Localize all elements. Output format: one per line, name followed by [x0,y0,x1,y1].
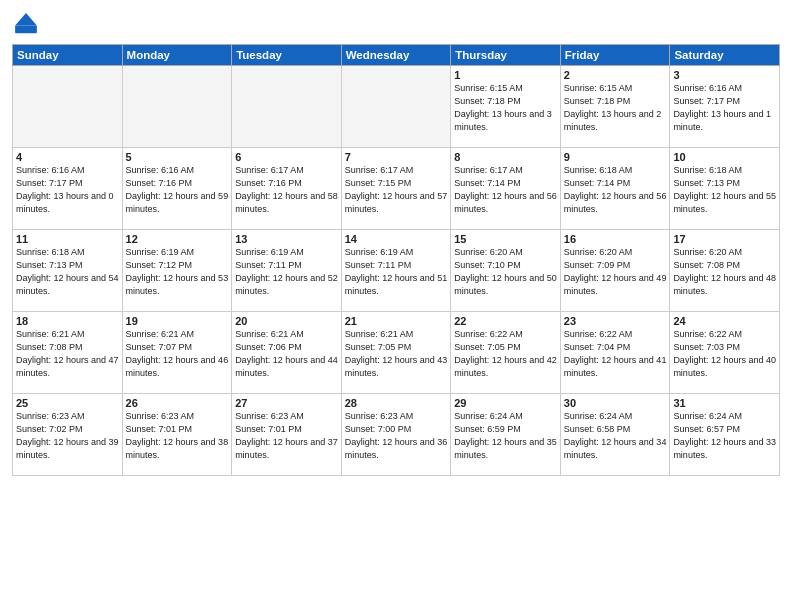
day-info: Sunrise: 6:23 AMSunset: 7:00 PMDaylight:… [345,410,448,462]
day-info: Sunrise: 6:18 AMSunset: 7:13 PMDaylight:… [673,164,776,216]
weekday-header-saturday: Saturday [670,45,780,66]
week-row-3: 18Sunrise: 6:21 AMSunset: 7:08 PMDayligh… [13,312,780,394]
day-info: Sunrise: 6:23 AMSunset: 7:02 PMDaylight:… [16,410,119,462]
day-number: 26 [126,397,229,409]
day-number: 9 [564,151,667,163]
day-number: 31 [673,397,776,409]
weekday-header-sunday: Sunday [13,45,123,66]
day-number: 21 [345,315,448,327]
day-info: Sunrise: 6:22 AMSunset: 7:03 PMDaylight:… [673,328,776,380]
day-cell: 29Sunrise: 6:24 AMSunset: 6:59 PMDayligh… [451,394,561,476]
day-number: 22 [454,315,557,327]
day-cell: 7Sunrise: 6:17 AMSunset: 7:15 PMDaylight… [341,148,451,230]
week-row-1: 4Sunrise: 6:16 AMSunset: 7:17 PMDaylight… [13,148,780,230]
logo-icon [12,10,40,38]
day-info: Sunrise: 6:17 AMSunset: 7:14 PMDaylight:… [454,164,557,216]
day-cell: 26Sunrise: 6:23 AMSunset: 7:01 PMDayligh… [122,394,232,476]
day-number: 7 [345,151,448,163]
day-info: Sunrise: 6:24 AMSunset: 6:57 PMDaylight:… [673,410,776,462]
day-cell: 20Sunrise: 6:21 AMSunset: 7:06 PMDayligh… [232,312,342,394]
day-info: Sunrise: 6:19 AMSunset: 7:11 PMDaylight:… [345,246,448,298]
weekday-header-thursday: Thursday [451,45,561,66]
day-number: 25 [16,397,119,409]
day-number: 11 [16,233,119,245]
day-cell: 11Sunrise: 6:18 AMSunset: 7:13 PMDayligh… [13,230,123,312]
day-info: Sunrise: 6:22 AMSunset: 7:04 PMDaylight:… [564,328,667,380]
day-number: 15 [454,233,557,245]
day-cell: 15Sunrise: 6:20 AMSunset: 7:10 PMDayligh… [451,230,561,312]
day-cell: 31Sunrise: 6:24 AMSunset: 6:57 PMDayligh… [670,394,780,476]
day-info: Sunrise: 6:16 AMSunset: 7:16 PMDaylight:… [126,164,229,216]
day-number: 16 [564,233,667,245]
day-number: 19 [126,315,229,327]
week-row-2: 11Sunrise: 6:18 AMSunset: 7:13 PMDayligh… [13,230,780,312]
day-number: 13 [235,233,338,245]
day-info: Sunrise: 6:23 AMSunset: 7:01 PMDaylight:… [235,410,338,462]
day-number: 18 [16,315,119,327]
day-number: 14 [345,233,448,245]
day-info: Sunrise: 6:21 AMSunset: 7:07 PMDaylight:… [126,328,229,380]
weekday-header-wednesday: Wednesday [341,45,451,66]
day-cell: 22Sunrise: 6:22 AMSunset: 7:05 PMDayligh… [451,312,561,394]
day-number: 27 [235,397,338,409]
day-info: Sunrise: 6:20 AMSunset: 7:09 PMDaylight:… [564,246,667,298]
day-number: 1 [454,69,557,81]
day-info: Sunrise: 6:21 AMSunset: 7:08 PMDaylight:… [16,328,119,380]
day-info: Sunrise: 6:17 AMSunset: 7:15 PMDaylight:… [345,164,448,216]
header [12,10,780,38]
day-number: 28 [345,397,448,409]
day-number: 3 [673,69,776,81]
day-cell: 28Sunrise: 6:23 AMSunset: 7:00 PMDayligh… [341,394,451,476]
day-cell: 17Sunrise: 6:20 AMSunset: 7:08 PMDayligh… [670,230,780,312]
day-cell: 1Sunrise: 6:15 AMSunset: 7:18 PMDaylight… [451,66,561,148]
day-cell: 13Sunrise: 6:19 AMSunset: 7:11 PMDayligh… [232,230,342,312]
day-number: 10 [673,151,776,163]
day-info: Sunrise: 6:23 AMSunset: 7:01 PMDaylight:… [126,410,229,462]
day-number: 4 [16,151,119,163]
day-cell: 30Sunrise: 6:24 AMSunset: 6:58 PMDayligh… [560,394,670,476]
day-info: Sunrise: 6:17 AMSunset: 7:16 PMDaylight:… [235,164,338,216]
day-info: Sunrise: 6:19 AMSunset: 7:12 PMDaylight:… [126,246,229,298]
day-cell: 3Sunrise: 6:16 AMSunset: 7:17 PMDaylight… [670,66,780,148]
day-number: 2 [564,69,667,81]
day-cell: 24Sunrise: 6:22 AMSunset: 7:03 PMDayligh… [670,312,780,394]
day-info: Sunrise: 6:20 AMSunset: 7:10 PMDaylight:… [454,246,557,298]
day-number: 5 [126,151,229,163]
logo [12,10,44,38]
day-cell [122,66,232,148]
day-info: Sunrise: 6:15 AMSunset: 7:18 PMDaylight:… [454,82,557,134]
day-info: Sunrise: 6:20 AMSunset: 7:08 PMDaylight:… [673,246,776,298]
day-info: Sunrise: 6:21 AMSunset: 7:06 PMDaylight:… [235,328,338,380]
day-info: Sunrise: 6:18 AMSunset: 7:14 PMDaylight:… [564,164,667,216]
day-info: Sunrise: 6:19 AMSunset: 7:11 PMDaylight:… [235,246,338,298]
day-number: 6 [235,151,338,163]
day-cell: 5Sunrise: 6:16 AMSunset: 7:16 PMDaylight… [122,148,232,230]
day-cell: 8Sunrise: 6:17 AMSunset: 7:14 PMDaylight… [451,148,561,230]
day-info: Sunrise: 6:21 AMSunset: 7:05 PMDaylight:… [345,328,448,380]
day-cell [232,66,342,148]
day-cell [341,66,451,148]
day-cell [13,66,123,148]
day-info: Sunrise: 6:18 AMSunset: 7:13 PMDaylight:… [16,246,119,298]
day-number: 8 [454,151,557,163]
day-cell: 4Sunrise: 6:16 AMSunset: 7:17 PMDaylight… [13,148,123,230]
day-cell: 6Sunrise: 6:17 AMSunset: 7:16 PMDaylight… [232,148,342,230]
day-info: Sunrise: 6:16 AMSunset: 7:17 PMDaylight:… [16,164,119,216]
day-number: 23 [564,315,667,327]
day-number: 29 [454,397,557,409]
day-info: Sunrise: 6:16 AMSunset: 7:17 PMDaylight:… [673,82,776,134]
day-number: 20 [235,315,338,327]
day-cell: 9Sunrise: 6:18 AMSunset: 7:14 PMDaylight… [560,148,670,230]
day-info: Sunrise: 6:24 AMSunset: 6:59 PMDaylight:… [454,410,557,462]
page: SundayMondayTuesdayWednesdayThursdayFrid… [0,0,792,612]
day-info: Sunrise: 6:22 AMSunset: 7:05 PMDaylight:… [454,328,557,380]
day-info: Sunrise: 6:15 AMSunset: 7:18 PMDaylight:… [564,82,667,134]
svg-marker-0 [15,13,37,25]
day-number: 12 [126,233,229,245]
day-number: 30 [564,397,667,409]
week-row-4: 25Sunrise: 6:23 AMSunset: 7:02 PMDayligh… [13,394,780,476]
day-number: 17 [673,233,776,245]
calendar-header-row: SundayMondayTuesdayWednesdayThursdayFrid… [13,45,780,66]
day-cell: 19Sunrise: 6:21 AMSunset: 7:07 PMDayligh… [122,312,232,394]
svg-rect-1 [15,26,37,34]
